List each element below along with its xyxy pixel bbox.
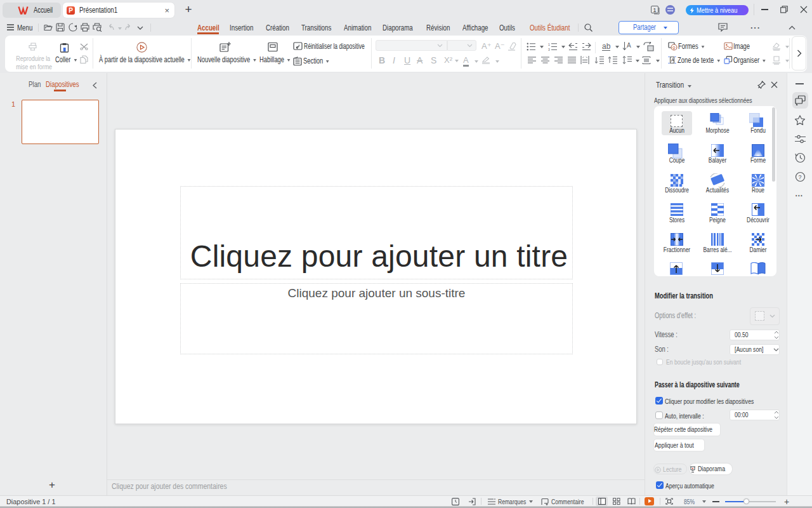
svg-text:1: 1 [548, 43, 550, 46]
svg-text:3: 3 [548, 48, 550, 51]
svg-text:⚲: ⚲ [672, 46, 676, 50]
svg-text:1: 1 [653, 7, 656, 13]
svg-text:A: A [627, 42, 631, 49]
svg-text:A: A [671, 57, 675, 63]
svg-text:?: ? [799, 174, 802, 180]
